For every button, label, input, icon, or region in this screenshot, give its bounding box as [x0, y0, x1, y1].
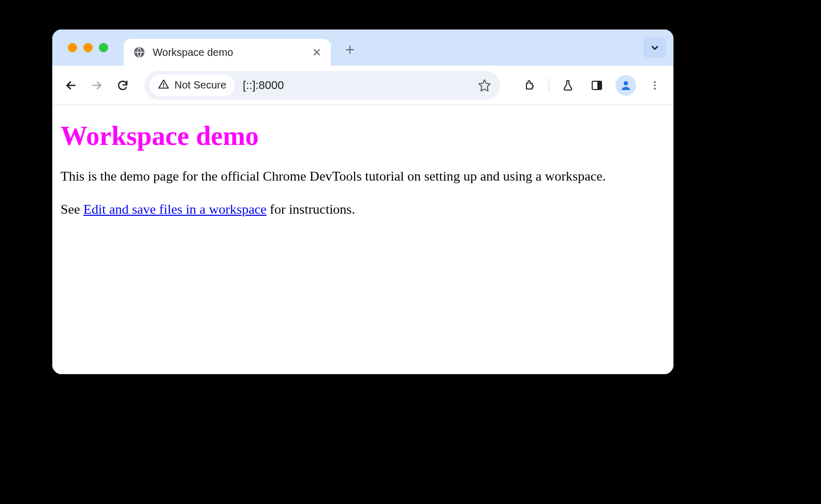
extensions-button[interactable]	[520, 75, 540, 96]
browser-tab[interactable]: Workspace demo	[124, 39, 331, 66]
titlebar: Workspace demo	[52, 29, 673, 66]
address-bar[interactable]: Not Secure [::]:8000	[144, 71, 500, 100]
toolbar-divider	[549, 78, 549, 93]
page-paragraph-1: This is the demo page for the official C…	[61, 168, 665, 185]
security-chip[interactable]: Not Secure	[150, 75, 234, 96]
svg-point-6	[654, 84, 656, 86]
window-controls	[68, 43, 108, 52]
svg-point-1	[163, 86, 164, 87]
url-text: [::]:8000	[243, 79, 474, 92]
window-maximize-button[interactable]	[99, 43, 108, 52]
toolbar-right	[520, 75, 665, 96]
tab-title: Workspace demo	[153, 47, 312, 58]
new-tab-button[interactable]	[341, 41, 359, 58]
tabs-dropdown-button[interactable]	[643, 37, 666, 58]
toolbar: Not Secure [::]:8000	[52, 66, 673, 105]
page-content: Workspace demo This is the demo page for…	[52, 105, 673, 374]
side-panel-button[interactable]	[587, 75, 607, 96]
warning-icon	[158, 79, 169, 92]
labs-button[interactable]	[558, 75, 578, 96]
security-label: Not Secure	[174, 79, 226, 91]
browser-window: Workspace demo Not Secure	[52, 29, 673, 374]
page-heading: Workspace demo	[61, 121, 665, 151]
page-paragraph-2: See Edit and save files in a workspace f…	[61, 201, 665, 218]
paragraph-suffix: for instructions.	[267, 202, 355, 217]
window-minimize-button[interactable]	[83, 43, 93, 52]
svg-point-7	[654, 87, 656, 90]
menu-button[interactable]	[644, 75, 665, 96]
svg-rect-3	[597, 81, 602, 90]
reload-button[interactable]	[112, 75, 133, 96]
bookmark-button[interactable]	[474, 75, 495, 96]
window-close-button[interactable]	[68, 43, 77, 52]
forward-button[interactable]	[86, 75, 107, 96]
svg-point-4	[624, 81, 628, 85]
tab-close-button[interactable]	[312, 48, 321, 57]
back-button[interactable]	[61, 75, 81, 96]
svg-point-5	[654, 81, 656, 83]
paragraph-prefix: See	[61, 202, 83, 217]
tutorial-link[interactable]: Edit and save files in a workspace	[83, 202, 267, 217]
globe-icon	[133, 46, 145, 58]
profile-button[interactable]	[615, 75, 636, 96]
